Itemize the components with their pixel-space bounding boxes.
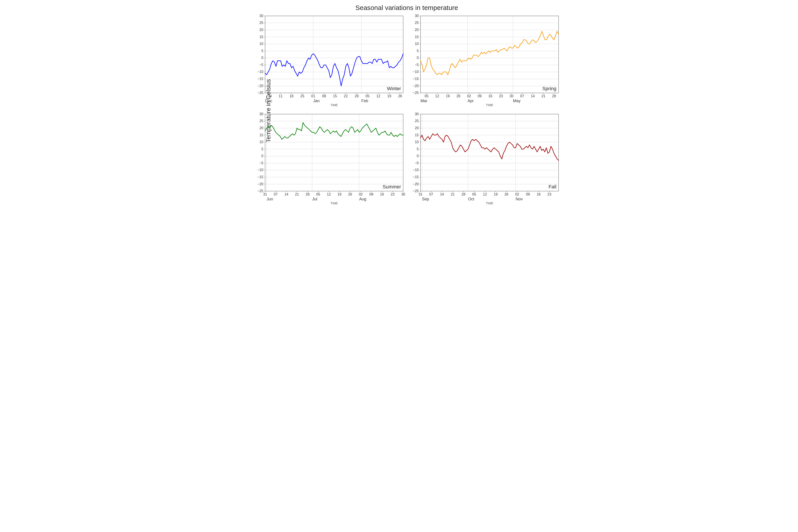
svg-text:20: 20 — [415, 28, 419, 32]
svg-text:23: 23 — [499, 94, 503, 98]
panel-container-spring: −25−20−15−10−505101520253005121926020916… — [408, 13, 561, 110]
svg-text:19: 19 — [387, 94, 391, 98]
svg-text:15: 15 — [259, 35, 263, 39]
svg-text:28: 28 — [552, 94, 556, 98]
svg-text:21: 21 — [542, 94, 546, 98]
svg-text:−15: −15 — [413, 175, 419, 179]
svg-text:23: 23 — [548, 192, 551, 196]
series-fall — [420, 134, 558, 160]
series-spring — [420, 31, 558, 75]
svg-text:−5: −5 — [259, 63, 263, 67]
svg-text:21: 21 — [295, 192, 299, 196]
svg-text:−10: −10 — [258, 168, 263, 172]
chart-page: Seasonal variations in temperature Tempe… — [233, 0, 565, 222]
svg-text:12: 12 — [435, 94, 439, 98]
svg-text:−20: −20 — [258, 182, 263, 186]
svg-text:11: 11 — [279, 94, 283, 98]
svg-text:Mar: Mar — [420, 99, 428, 103]
svg-text:26: 26 — [505, 192, 509, 196]
panel-container-summer: −25−20−15−10−505101520253031071421280512… — [253, 111, 405, 208]
series-winter — [265, 54, 403, 86]
svg-rect-15 — [265, 16, 403, 93]
svg-text:26: 26 — [348, 192, 352, 196]
svg-text:20: 20 — [259, 28, 263, 32]
svg-text:−25: −25 — [413, 189, 419, 193]
svg-text:30: 30 — [510, 94, 514, 98]
svg-text:25: 25 — [300, 94, 304, 98]
svg-text:10: 10 — [259, 140, 263, 144]
series-summer — [265, 122, 403, 139]
svg-text:−10: −10 — [413, 168, 419, 172]
svg-text:25: 25 — [415, 21, 419, 25]
panel-container-fall: −25−20−15−10−505101520253031071421280512… — [408, 111, 561, 208]
svg-text:07: 07 — [429, 192, 433, 196]
svg-text:Sep: Sep — [422, 197, 429, 201]
svg-text:Apr: Apr — [468, 99, 474, 103]
svg-text:Nov: Nov — [516, 197, 523, 201]
svg-text:0: 0 — [417, 154, 419, 158]
svg-text:01: 01 — [311, 94, 315, 98]
svg-text:19: 19 — [446, 94, 450, 98]
panel-winter: −25−20−15−10−505101520253004111825010815… — [253, 13, 405, 110]
svg-text:5: 5 — [417, 147, 419, 151]
svg-text:16: 16 — [537, 192, 540, 196]
svg-text:Jul: Jul — [312, 197, 317, 201]
x-axis-label: TIME — [486, 202, 493, 205]
x-axis-label: TIME — [330, 202, 338, 205]
svg-rect-224 — [420, 114, 558, 191]
svg-text:−20: −20 — [413, 182, 419, 186]
svg-text:−15: −15 — [413, 77, 419, 81]
svg-text:−25: −25 — [258, 189, 263, 193]
svg-text:−15: −15 — [258, 175, 263, 179]
svg-text:20: 20 — [415, 126, 419, 130]
x-axis-label: TIME — [330, 103, 338, 107]
svg-text:31: 31 — [263, 192, 267, 196]
svg-text:May: May — [513, 99, 521, 103]
svg-text:Oct: Oct — [468, 197, 474, 201]
svg-text:Dec: Dec — [265, 99, 272, 103]
svg-rect-153 — [265, 114, 403, 191]
svg-text:−25: −25 — [258, 91, 263, 95]
svg-text:30: 30 — [415, 112, 419, 116]
svg-text:07: 07 — [274, 192, 278, 196]
svg-text:28: 28 — [306, 192, 310, 196]
svg-text:−10: −10 — [413, 70, 419, 74]
svg-text:28: 28 — [461, 192, 466, 196]
panel-label-fall: Fall — [549, 184, 556, 190]
svg-text:30: 30 — [259, 112, 263, 116]
svg-text:20: 20 — [259, 126, 263, 130]
svg-text:05: 05 — [424, 94, 429, 98]
svg-text:0: 0 — [417, 56, 419, 60]
svg-text:19: 19 — [338, 192, 342, 196]
svg-text:18: 18 — [289, 94, 293, 98]
svg-text:05: 05 — [472, 192, 476, 196]
svg-text:10: 10 — [415, 42, 419, 46]
svg-text:−20: −20 — [258, 84, 263, 88]
svg-text:0: 0 — [261, 56, 263, 60]
panel-container-winter: −25−20−15−10−505101520253004111825010815… — [253, 13, 405, 110]
chart-title: Seasonal variations in temperature — [253, 4, 561, 12]
svg-text:Jun: Jun — [267, 197, 273, 201]
svg-text:05: 05 — [365, 94, 369, 98]
svg-text:30: 30 — [259, 14, 263, 18]
svg-text:5: 5 — [261, 147, 263, 151]
svg-text:15: 15 — [415, 35, 419, 39]
svg-text:29: 29 — [355, 94, 359, 98]
svg-text:Jan: Jan — [313, 99, 320, 103]
svg-text:02: 02 — [359, 192, 363, 196]
svg-text:23: 23 — [391, 192, 395, 196]
svg-text:09: 09 — [526, 192, 530, 196]
svg-text:0: 0 — [261, 154, 263, 158]
svg-text:−10: −10 — [258, 70, 263, 74]
panel-summer: −25−20−15−10−505101520253031071421280512… — [253, 111, 405, 208]
panel-spring: −25−20−15−10−505101520253005121926020916… — [408, 13, 561, 110]
svg-text:25: 25 — [415, 119, 419, 123]
svg-text:−15: −15 — [258, 77, 263, 81]
svg-text:16: 16 — [488, 94, 492, 98]
svg-text:14: 14 — [531, 94, 535, 98]
svg-text:10: 10 — [259, 42, 263, 46]
svg-text:08: 08 — [322, 94, 326, 98]
svg-text:14: 14 — [284, 192, 288, 196]
svg-text:07: 07 — [520, 94, 524, 98]
panel-fall: −25−20−15−10−505101520253031071421280512… — [408, 111, 561, 208]
